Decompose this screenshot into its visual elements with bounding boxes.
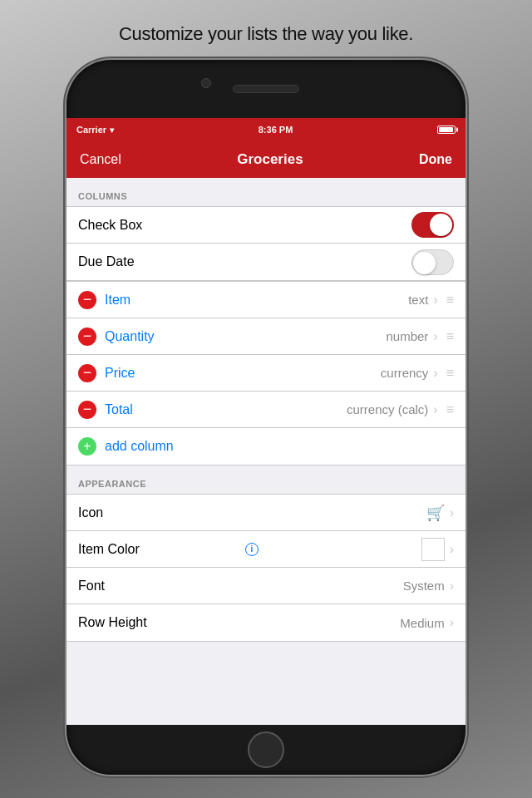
font-row[interactable]: Font System › [66,568,466,604]
total-label: Total [105,402,347,417]
wifi-icon: ▾ [110,126,114,135]
nav-title: Groceries [237,151,303,168]
editable-columns-group: Item text › ≡ Quantity number › ≡ Price [66,281,466,466]
done-button[interactable]: Done [412,147,459,172]
columns-section-header: COLUMNS [66,178,466,206]
total-drag-handle[interactable]: ≡ [446,403,454,416]
phone-frame: Carrier ▾ 8:36 PM Cancel Groceries Done … [66,60,466,775]
item-chevron-icon: › [433,293,437,308]
add-column-button[interactable] [78,437,96,456]
item-minus-button[interactable] [78,291,96,309]
appearance-section-header: APPEARANCE [66,466,466,494]
duedate-row: Due Date [66,244,466,280]
checkbox-toggle[interactable] [411,212,454,238]
nav-bar: Cancel Groceries Done [66,141,466,178]
quantity-chevron-icon: › [433,329,437,344]
add-column-label[interactable]: add column [105,439,174,454]
quantity-row[interactable]: Quantity number › ≡ [66,318,466,355]
icon-label: Icon [78,505,426,520]
cancel-button[interactable]: Cancel [73,147,128,172]
row-height-chevron-icon: › [450,615,454,630]
icon-row[interactable]: Icon 🛒 › [66,495,466,531]
total-minus-button[interactable] [78,401,96,419]
status-bar: Carrier ▾ 8:36 PM [66,118,466,141]
cart-icon: 🛒 [426,504,445,522]
home-button[interactable] [248,732,284,768]
phone-top-bezel [66,60,466,118]
duedate-toggle[interactable] [411,249,454,275]
checkbox-row: Check Box [66,207,466,244]
battery-icon [437,126,456,134]
price-minus-button[interactable] [78,364,96,382]
row-height-row[interactable]: Row Height Medium › [66,604,466,641]
duedate-label: Due Date [78,254,411,269]
phone-bottom-bezel [66,725,466,775]
item-value: text [408,293,428,307]
status-time: 8:36 PM [259,125,293,135]
font-value: System [403,579,445,593]
quantity-value: number [386,329,428,343]
item-color-label: Item Color [78,542,241,557]
font-chevron-icon: › [450,579,454,594]
total-row[interactable]: Total currency (calc) › ≡ [66,392,466,428]
price-drag-handle[interactable]: ≡ [446,367,454,380]
item-color-info-icon[interactable]: i [245,543,259,556]
icon-chevron-icon: › [450,505,454,520]
font-label: Font [78,579,403,594]
duedate-toggle-knob [413,252,436,274]
add-column-row[interactable]: add column [66,428,466,465]
row-height-label: Row Height [78,615,400,630]
checkbox-label: Check Box [78,218,411,233]
row-height-value: Medium [400,616,444,630]
quantity-drag-handle[interactable]: ≡ [446,330,454,343]
price-chevron-icon: › [433,366,437,381]
item-color-chevron-icon: › [450,542,454,557]
item-row[interactable]: Item text › ≡ [66,282,466,318]
status-left: Carrier ▾ [76,125,114,135]
content-area: COLUMNS Check Box Due Date [66,178,466,725]
speaker [233,85,299,93]
quantity-minus-button[interactable] [78,328,96,346]
carrier-label: Carrier [76,125,106,135]
total-value: currency (calc) [347,402,428,416]
camera [201,78,211,88]
price-label: Price [105,366,381,381]
quantity-label: Quantity [105,329,386,344]
checkbox-toggle-knob [430,214,452,236]
item-label: Item [105,293,408,308]
price-value: currency [381,366,429,380]
total-chevron-icon: › [433,402,437,417]
item-drag-handle[interactable]: ≡ [446,293,454,307]
price-row[interactable]: Price currency › ≡ [66,355,466,392]
item-color-row[interactable]: Item Color i › [66,531,466,568]
headline: Customize your lists the way you like. [119,23,413,45]
columns-toggle-group: Check Box Due Date [66,206,466,281]
battery-fill [439,127,453,132]
color-swatch [421,538,445,561]
appearance-group: Icon 🛒 › Item Color i › Font System › [66,494,466,642]
screen: Carrier ▾ 8:36 PM Cancel Groceries Done … [66,118,466,725]
